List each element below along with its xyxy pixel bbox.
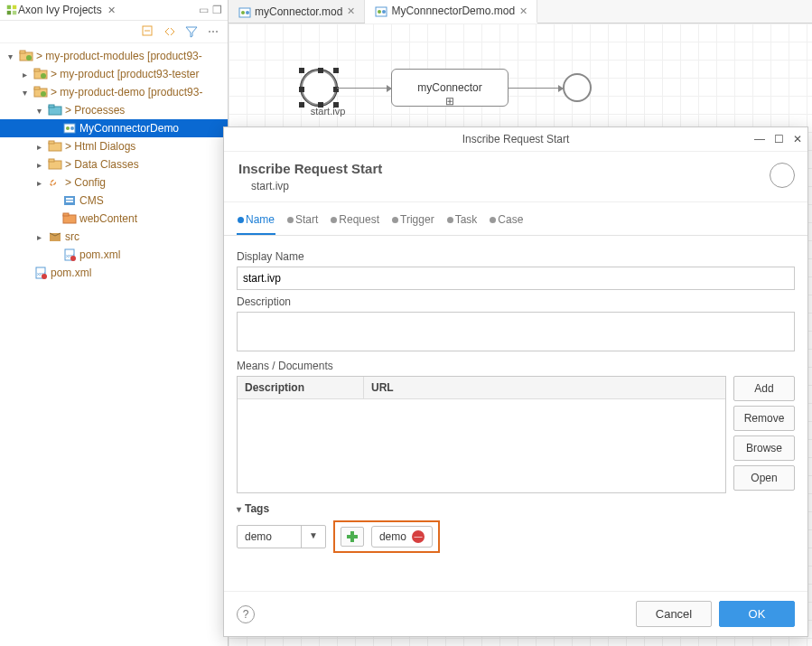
folder-orange-icon [62,211,77,226]
svg-rect-27 [66,198,73,200]
means-remove-button[interactable]: Remove [733,406,795,431]
tree-item-processes[interactable]: > Processes [0,101,228,119]
tree-item-webcontent[interactable]: webContent [0,210,228,228]
tags-combo-text[interactable]: demo [238,526,301,548]
tree-arrow-icon[interactable] [33,158,45,171]
chevron-down-icon[interactable]: ▼ [301,526,325,548]
tree-item-cms[interactable]: CMS [0,192,228,210]
collapse-all-icon[interactable] [141,24,155,39]
tab-dot-icon [238,217,244,223]
tree-item-label: > Html Dialogs [65,140,135,153]
tree-item-pomxml[interactable]: xmlpom.xml [0,246,228,264]
description-label: Description [237,295,795,308]
dialog-tab-name[interactable]: Name [237,210,275,235]
package-icon [48,229,62,244]
tree-arrow-icon[interactable] [47,248,60,261]
process-icon [62,121,77,136]
xml-icon: xml [33,266,48,280]
help-icon[interactable]: ? [237,605,255,623]
tree-item-root[interactable]: > my-product-modules [product93- [0,47,228,65]
means-col-description: Description [238,377,364,398]
dialog-tab-label: Trigger [400,213,434,226]
close-icon[interactable]: ✕ [519,5,527,17]
tree-arrow-icon[interactable] [47,194,60,207]
means-add-button[interactable]: Add [733,376,795,401]
window-maximize-icon[interactable]: ☐ [774,133,784,145]
svg-point-5 [209,31,210,33]
tree-arrow-icon[interactable] [18,68,31,80]
bpmn-end-event[interactable] [563,73,592,102]
svg-point-20 [66,126,70,130]
tree-item-dataclasses[interactable]: > Data Classes [0,155,228,173]
tree-arrow-icon[interactable] [33,104,45,117]
tree-item-myproduct[interactable]: > my-product [product93-tester [0,65,228,83]
project-explorer: Axon Ivy Projects✕ ▭ ❐ > my-product-modu… [0,0,229,646]
tree-item-connectordemo[interactable]: MyConnnectorDemo [0,119,228,137]
svg-rect-15 [34,87,40,89]
link-editor-icon[interactable] [163,24,177,39]
editor-tab[interactable]: myConnector.mod✕ [229,0,365,23]
tree-arrow-icon[interactable] [47,212,60,225]
project-icon [19,49,33,63]
editor-tab[interactable]: MyConnnectorDemo.mod✕ [365,0,537,23]
description-textarea[interactable] [237,312,795,351]
cancel-button[interactable]: Cancel [636,601,712,627]
close-icon[interactable]: ✕ [107,5,116,16]
window-minimize-icon[interactable]: — [754,133,765,145]
sidebar-toolbar [0,21,228,43]
means-browse-button[interactable]: Browse [733,435,795,461]
xml-icon: xml [62,248,77,262]
dialog-tab-label: Request [339,213,379,226]
tree-arrow-icon[interactable] [18,267,31,279]
svg-point-13 [41,73,46,79]
ok-button[interactable]: OK [719,601,795,627]
tree-arrow-icon[interactable] [33,140,45,153]
filter-icon[interactable] [184,24,199,39]
project-tree[interactable]: > my-product-modules [product93-> my-pro… [0,43,228,646]
dialog-tab-task[interactable]: Task [446,210,479,235]
tree-item-demo[interactable]: > my-product-demo [product93- [0,83,228,101]
means-documents-table[interactable]: Description URL [237,376,726,493]
dialog-window-title: Inscribe Request Start [462,133,570,145]
tree-item-pomxml2[interactable]: xmlpom.xml [0,264,228,282]
editor-tabs: myConnector.mod✕MyConnnectorDemo.mod✕ [229,0,812,23]
bpmn-task[interactable]: myConnector ⊞ [391,69,509,107]
expand-icon[interactable]: ⊞ [445,95,454,108]
dialog-tab-case[interactable]: Case [489,210,524,235]
tree-arrow-icon[interactable] [33,230,45,243]
dialog-tab-start[interactable]: Start [286,210,319,235]
means-open-button[interactable]: Open [733,465,795,491]
tree-item-htmldialogs[interactable]: > Html Dialogs [0,137,228,155]
dialog-tab-request[interactable]: Request [330,210,380,235]
tags-highlight: demo — [333,520,440,553]
tag-remove-icon[interactable]: — [412,530,425,543]
tree-arrow-icon[interactable] [47,122,60,135]
tree-item-src[interactable]: src [0,228,228,246]
dialog-header: Inscribe Request Start start.ivp [224,152,807,202]
tree-item-label: > Data Classes [65,158,139,171]
svg-point-37 [42,274,47,279]
svg-point-21 [70,126,74,130]
svg-rect-0 [7,5,11,9]
dialog-tab-trigger[interactable]: Trigger [391,210,435,235]
menu-icon[interactable] [206,24,220,39]
dialog-tab-label: Name [246,213,275,226]
tree-arrow-icon[interactable] [33,176,45,189]
close-icon[interactable]: ✕ [347,5,355,17]
bpmn-flow-arrow[interactable] [509,88,563,89]
folder-cyan-icon [48,103,62,117]
display-name-input[interactable] [237,267,795,290]
tag-add-button[interactable] [341,527,364,547]
tab-dot-icon [490,217,496,223]
tree-item-config[interactable]: > Config [0,173,228,192]
restore-icon[interactable]: ❐ [212,4,222,16]
bpmn-flow-arrow[interactable] [337,88,391,89]
window-close-icon[interactable]: ✕ [793,133,802,145]
tree-arrow-icon[interactable] [18,86,31,98]
folder-icon [48,139,62,154]
tags-combo[interactable]: demo ▼ [237,525,326,548]
tree-arrow-icon[interactable] [4,50,16,62]
bpmn-start-event[interactable] [301,70,337,106]
tree-item-label: webContent [79,212,137,225]
minimize-icon[interactable]: ▭ [199,4,209,16]
